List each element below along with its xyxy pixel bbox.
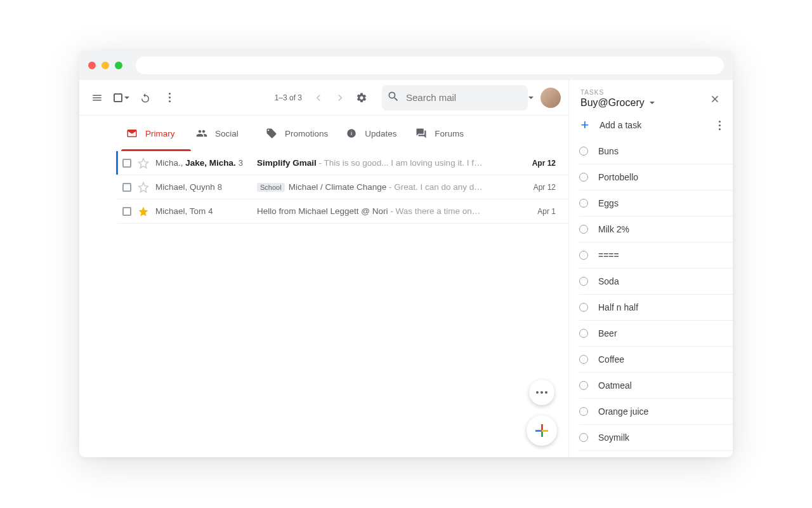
task-title: Soymilk <box>598 432 629 443</box>
row-checkbox[interactable] <box>122 207 131 216</box>
mail-date: Apr 12 <box>523 183 556 192</box>
tab-primary[interactable]: Primary <box>121 116 191 151</box>
tab-label: Social <box>215 129 239 138</box>
mail-subject: Simplify Gmail <box>257 158 317 168</box>
tasks-panel: TASKS Buy@Grocery + Add a task BunsPorto… <box>569 80 733 457</box>
tab-label: Primary <box>145 129 175 138</box>
task-title: Orange juice <box>598 406 648 417</box>
task-title: Coffee <box>598 354 624 364</box>
pager: 1–3 of 3 <box>270 88 372 108</box>
task-title: Oatmeal <box>598 380 632 391</box>
task-item[interactable]: Oatmeal <box>579 373 733 399</box>
tab-social[interactable]: Social <box>191 116 261 151</box>
task-complete-toggle[interactable] <box>579 173 588 182</box>
task-title: ==== <box>598 250 619 260</box>
task-complete-toggle[interactable] <box>579 407 588 416</box>
tasks-list-selector[interactable]: Buy@Grocery <box>580 97 705 109</box>
plus-icon <box>535 424 548 437</box>
task-item[interactable]: Soda <box>579 269 733 295</box>
task-complete-toggle[interactable] <box>579 147 588 156</box>
task-list: BunsPortobelloEggsMilk 2%====SodaHalf n … <box>569 138 733 457</box>
tab-promotions[interactable]: Promotions <box>261 116 341 151</box>
task-item[interactable]: Portobello <box>579 164 733 190</box>
compose-fab-button[interactable] <box>527 415 557 446</box>
ellipsis-icon <box>536 391 547 394</box>
task-item[interactable]: Half n half <box>579 295 733 321</box>
mail-snippet: - This is so good... I am loving using i… <box>317 158 483 168</box>
pager-prev-button[interactable] <box>308 88 329 108</box>
mail-subject: Michael / Climate Change <box>289 182 387 192</box>
task-complete-toggle[interactable] <box>579 251 588 260</box>
task-complete-toggle[interactable] <box>579 329 588 338</box>
task-title: Half n half <box>598 302 638 312</box>
task-item[interactable]: Coffee <box>579 347 733 373</box>
task-complete-toggle[interactable] <box>579 199 588 208</box>
mail-row[interactable]: Michael, Tom4Hello from Michael Leggett … <box>117 199 568 224</box>
mail-toolbar: 1–3 of 3 <box>79 80 568 116</box>
tasks-close-button[interactable] <box>705 89 725 109</box>
task-complete-toggle[interactable] <box>579 303 588 312</box>
star-button[interactable] <box>138 182 149 193</box>
select-all-dropdown[interactable] <box>111 88 131 108</box>
mail-sender: Micha., Jake, Micha.3 <box>155 158 251 168</box>
mail-subject-area: Hello from Michael Leggett @ Nori - Was … <box>257 206 516 216</box>
tab-label: Updates <box>365 129 396 138</box>
add-task-button[interactable]: + Add a task <box>569 114 733 138</box>
task-complete-toggle[interactable] <box>579 225 588 234</box>
mail-subject-area: SchoolMichael / Climate Change - Great. … <box>257 182 516 192</box>
tab-updates[interactable]: i Updates <box>341 116 410 151</box>
task-title: Portobello <box>598 172 638 182</box>
search-bar[interactable] <box>382 85 528 110</box>
pager-next-button[interactable] <box>330 88 350 108</box>
task-complete-toggle[interactable] <box>579 355 588 364</box>
mail-subject: Hello from Michael Leggett @ Nori <box>257 206 388 216</box>
task-item[interactable]: ==== <box>579 243 733 269</box>
window-close-traffic-light[interactable] <box>88 62 96 69</box>
task-complete-toggle[interactable] <box>579 433 588 442</box>
star-button[interactable] <box>138 206 149 217</box>
row-checkbox[interactable] <box>122 159 131 168</box>
tab-forums[interactable]: Forums <box>410 116 480 151</box>
search-input[interactable] <box>400 92 527 103</box>
account-avatar[interactable] <box>540 88 561 108</box>
task-item[interactable]: Beer <box>579 321 733 347</box>
more-fab-button[interactable] <box>529 380 554 405</box>
window-minimize-traffic-light[interactable] <box>102 62 109 69</box>
task-item[interactable]: Soymilk <box>579 425 733 451</box>
more-actions-button[interactable] <box>159 88 180 108</box>
star-button[interactable] <box>138 157 149 169</box>
task-item[interactable]: Buns <box>579 138 733 164</box>
mail-date: Apr 12 <box>523 159 556 168</box>
settings-gear-icon[interactable] <box>351 88 372 108</box>
task-title: Buns <box>598 146 619 156</box>
task-item[interactable]: Orange juice <box>579 399 733 425</box>
task-title: Eggs <box>598 198 619 208</box>
tasks-list-name: Buy@Grocery <box>580 97 645 109</box>
window-zoom-traffic-light[interactable] <box>115 62 122 69</box>
mail-row[interactable]: Micha., Jake, Micha.3Simplify Gmail - Th… <box>117 151 568 175</box>
task-item[interactable]: Milk 2% <box>579 217 733 243</box>
mail-snippet: - Great. I can do any d… <box>386 182 483 192</box>
task-complete-toggle[interactable] <box>579 277 588 286</box>
task-complete-toggle[interactable] <box>579 381 588 390</box>
mail-subject-area: Simplify Gmail - This is so good... I am… <box>257 158 516 168</box>
task-item[interactable]: Eggs <box>579 190 733 217</box>
plus-icon: + <box>579 119 591 131</box>
add-task-label: Add a task <box>599 120 641 130</box>
task-title: Soda <box>598 276 619 286</box>
mail-snippet: - Was there a time on… <box>388 206 481 216</box>
row-checkbox[interactable] <box>122 183 131 192</box>
mail-sender: Michael, Tom4 <box>155 206 251 216</box>
browser-address-bar[interactable] <box>136 57 724 74</box>
refresh-button[interactable] <box>135 88 155 108</box>
search-options-caret-icon[interactable] <box>527 97 534 99</box>
floating-actions <box>527 380 557 446</box>
mail-row[interactable]: Michael, Quynh8SchoolMichael / Climate C… <box>117 175 568 199</box>
main-menu-button[interactable] <box>87 88 107 108</box>
pager-range-text: 1–3 of 3 <box>270 93 307 102</box>
tasks-panel-label: TASKS <box>580 89 705 96</box>
tasks-more-button[interactable] <box>714 121 725 130</box>
app-window: 1–3 of 3 <box>79 51 733 457</box>
label-chip: School <box>257 183 285 192</box>
search-icon <box>387 90 400 105</box>
